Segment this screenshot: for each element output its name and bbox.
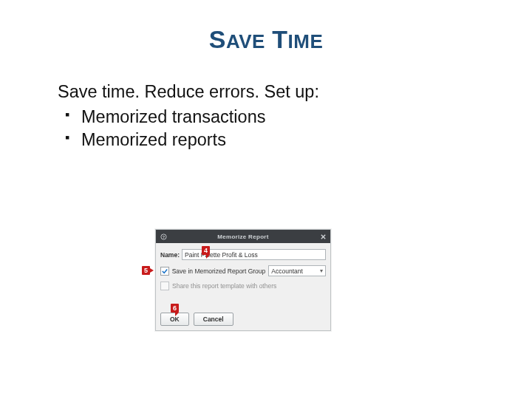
share-checkbox[interactable] <box>160 282 169 290</box>
dialog-body: Name: Paint Palette Profit & Loss Save i… <box>156 243 330 293</box>
name-input-value: Paint Palette Profit & Loss <box>185 251 258 259</box>
title-word2-cap: T <box>272 25 287 53</box>
group-select[interactable]: Accountant ▾ <box>268 265 326 276</box>
cancel-button-label: Cancel <box>203 316 224 323</box>
dialog-button-bar: OK Cancel <box>160 313 233 326</box>
bullet-list: Memorized transactions Memorized reports <box>58 106 532 152</box>
save-group-checkbox[interactable] <box>160 267 169 276</box>
dialog-titlebar: ? Memorize Report <box>156 230 330 243</box>
list-item: Memorized transactions <box>58 106 532 129</box>
slide-body: Save time. Reduce errors. Set up: Memori… <box>58 81 532 152</box>
title-word1-rest: AVE <box>226 30 265 52</box>
group-select-value: Accountant <box>271 267 303 275</box>
share-label: Share this report template with others <box>172 282 276 290</box>
svg-text:?: ? <box>162 234 164 239</box>
save-group-row: Save in Memorized Report Group Accountan… <box>160 265 326 276</box>
memorize-report-dialog: ? Memorize Report Name: Paint Palette Pr… <box>155 229 331 331</box>
save-group-label: Save in Memorized Report Group <box>172 267 266 275</box>
close-icon-svg <box>320 233 327 240</box>
share-row: Share this report template with others <box>160 282 326 290</box>
slide-title: SAVE TIME <box>0 25 532 54</box>
help-icon-svg: ? <box>160 233 167 240</box>
name-label: Name: <box>160 251 180 259</box>
memorize-report-dialog-wrap: ? Memorize Report Name: Paint Palette Pr… <box>155 229 330 331</box>
check-icon <box>162 268 168 274</box>
title-word2-rest: IME <box>288 30 324 52</box>
callout-4: 4 <box>202 246 210 255</box>
close-icon[interactable] <box>318 232 327 241</box>
dialog-title: Memorize Report <box>168 233 318 240</box>
intro-text: Save time. Reduce errors. Set up: <box>58 81 532 104</box>
ok-button-label: OK <box>170 316 180 323</box>
help-icon[interactable]: ? <box>159 232 168 241</box>
list-item: Memorized reports <box>58 129 532 152</box>
cancel-button[interactable]: Cancel <box>194 313 233 326</box>
callout-6: 6 <box>171 304 179 313</box>
title-word1-cap: S <box>209 25 226 53</box>
callout-5: 5 <box>142 266 150 275</box>
name-row: Name: Paint Palette Profit & Loss <box>160 249 326 260</box>
chevron-down-icon: ▾ <box>320 268 323 274</box>
